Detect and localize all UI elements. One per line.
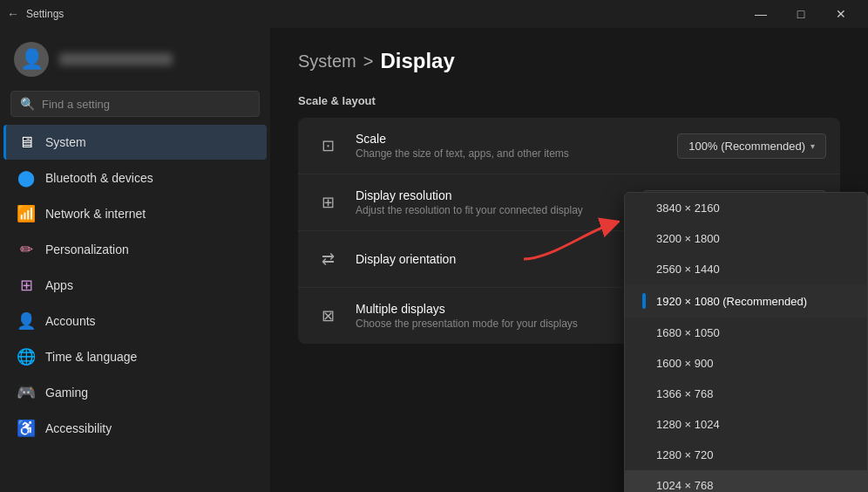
resolution-option-5[interactable]: 1600 × 900 — [625, 348, 867, 379]
scale-desc: Change the size of text, apps, and other… — [356, 147, 677, 160]
sidebar-item-label-personalization: Personalization — [45, 243, 129, 256]
resolution-icon: ⊞ — [312, 187, 343, 218]
selected-indicator — [642, 293, 646, 309]
sidebar-item-apps[interactable]: ⊞Apps — [3, 268, 267, 303]
resolution-option-label-6: 1366 × 768 — [656, 387, 713, 400]
title-bar: ← Settings — □ ✕ — [0, 0, 868, 28]
maximize-button[interactable]: □ — [781, 0, 821, 28]
sidebar-item-personalization[interactable]: ✏Personalization — [3, 232, 267, 267]
search-placeholder: Find a setting — [42, 98, 110, 111]
resolution-option-0[interactable]: 3840 × 2160 — [625, 193, 867, 223]
main-layout: 👤 🔍 Find a setting 🖥System⬤Bluetooth & d… — [0, 28, 868, 492]
resolution-option-8[interactable]: 1280 × 720 — [625, 440, 867, 470]
resolution-option-label-1: 3200 × 1800 — [656, 232, 720, 245]
scale-control: 100% (Recommended) ▾ — [677, 133, 826, 159]
resolution-option-label-4: 1680 × 1050 — [656, 326, 720, 339]
sidebar-item-label-accounts: Accounts — [45, 314, 96, 328]
time-nav-icon: 🌐 — [17, 348, 35, 366]
sidebar-item-label-accessibility: Accessibility — [45, 421, 112, 435]
bluetooth-nav-icon: ⬤ — [17, 169, 35, 187]
resolution-option-2[interactable]: 2560 × 1440 — [625, 254, 867, 284]
sidebar-item-label-gaming: Gaming — [45, 386, 88, 400]
scale-icon: ⊡ — [312, 130, 343, 161]
network-nav-icon: 📶 — [17, 205, 35, 222]
breadcrumb-current: Display — [380, 49, 454, 73]
system-nav-icon: 🖥 — [17, 133, 35, 151]
sidebar-item-network[interactable]: 📶Network & internet — [3, 196, 267, 231]
breadcrumb-parent: System — [298, 51, 356, 72]
resolution-option-4[interactable]: 1680 × 1050 — [625, 318, 867, 348]
sidebar-item-gaming[interactable]: 🎮Gaming — [3, 375, 267, 410]
resolution-option-label-2: 2560 × 1440 — [656, 263, 720, 276]
sidebar-item-label-network: Network & internet — [45, 207, 146, 221]
minimize-button[interactable]: — — [741, 0, 781, 28]
gaming-nav-icon: 🎮 — [17, 384, 35, 401]
multiple-displays-icon: ⊠ — [312, 300, 343, 331]
breadcrumb-separator: > — [363, 51, 374, 72]
close-button[interactable]: ✕ — [821, 0, 861, 28]
sidebar-item-label-system: System — [45, 135, 86, 149]
scale-text: Scale Change the size of text, apps, and… — [356, 132, 677, 160]
section-label: Scale & layout — [298, 94, 840, 107]
sidebar-item-system[interactable]: 🖥System — [3, 125, 267, 160]
avatar: 👤 — [14, 42, 49, 77]
search-container: 🔍 Find a setting — [0, 87, 270, 124]
resolution-option-1[interactable]: 3200 × 1800 — [625, 223, 867, 254]
sidebar-item-label-bluetooth: Bluetooth & devices — [45, 171, 153, 185]
title-bar-left: ← Settings — [7, 7, 64, 21]
personalization-nav-icon: ✏ — [17, 241, 35, 258]
search-icon: 🔍 — [20, 97, 35, 111]
orientation-icon: ⇄ — [312, 243, 343, 275]
sidebar-item-bluetooth[interactable]: ⬤Bluetooth & devices — [3, 161, 267, 195]
resolution-option-label-9: 1024 × 768 — [656, 479, 713, 492]
resolution-option-7[interactable]: 1280 × 1024 — [625, 409, 867, 440]
sidebar: 👤 🔍 Find a setting 🖥System⬤Bluetooth & d… — [0, 28, 270, 492]
content-area: System > Display Scale & layout ⊡ Scale … — [270, 28, 868, 492]
scale-dropdown[interactable]: 100% (Recommended) ▾ — [677, 133, 826, 159]
resolution-desc: Adjust the resolution to fit your connec… — [356, 204, 643, 216]
resolution-dropdown-overlay: 3840 × 21603200 × 18002560 × 14401920 × … — [624, 192, 868, 492]
resolution-option-3[interactable]: 1920 × 1080 (Recommended) — [625, 284, 867, 318]
resolution-title: Display resolution — [356, 188, 643, 202]
sidebar-item-accounts[interactable]: 👤Accounts — [3, 304, 267, 338]
accessibility-nav-icon: ♿ — [17, 420, 35, 437]
search-box[interactable]: 🔍 Find a setting — [10, 91, 260, 117]
sidebar-item-label-time: Time & language — [45, 350, 137, 364]
back-icon[interactable]: ← — [7, 7, 19, 21]
sidebar-item-label-apps: Apps — [45, 278, 73, 292]
resolution-option-label-7: 1280 × 1024 — [656, 418, 720, 431]
scale-title: Scale — [356, 132, 677, 146]
user-profile: 👤 — [0, 28, 270, 87]
scale-row: ⊡ Scale Change the size of text, apps, a… — [298, 118, 840, 174]
resolution-option-6[interactable]: 1366 × 768 — [625, 379, 867, 409]
resolution-option-label-5: 1600 × 900 — [656, 357, 713, 370]
nav-list: 🖥System⬤Bluetooth & devices📶Network & in… — [0, 124, 270, 447]
sidebar-item-accessibility[interactable]: ♿Accessibility — [3, 411, 267, 446]
title-bar-controls: — □ ✕ — [741, 0, 861, 28]
sidebar-item-time[interactable]: 🌐Time & language — [3, 339, 267, 374]
scale-chevron-icon: ▾ — [810, 141, 815, 151]
resolution-option-label-0: 3840 × 2160 — [656, 202, 720, 215]
breadcrumb: System > Display — [298, 49, 840, 73]
scale-dropdown-value: 100% (Recommended) — [688, 140, 805, 153]
accounts-nav-icon: 👤 — [17, 312, 35, 330]
apps-nav-icon: ⊞ — [17, 277, 35, 294]
user-name — [59, 53, 173, 65]
title-bar-title: Settings — [26, 8, 64, 20]
resolution-text: Display resolution Adjust the resolution… — [356, 188, 643, 216]
user-icon: 👤 — [20, 48, 44, 71]
resolution-option-label-3: 1920 × 1080 (Recommended) — [656, 295, 807, 308]
resolution-option-label-8: 1280 × 720 — [656, 448, 713, 461]
resolution-option-9[interactable]: 1024 × 768 — [625, 470, 867, 492]
